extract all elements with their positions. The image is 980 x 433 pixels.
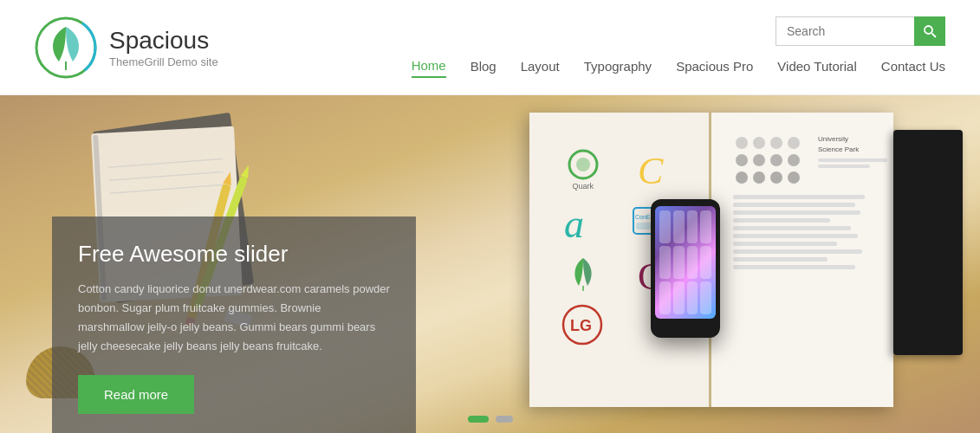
svg-point-37 <box>736 171 748 184</box>
site-header: Spacious ThemeGrill Demo site Home Blog … <box>0 0 980 95</box>
svg-point-36 <box>788 154 800 166</box>
nav-item-spacious-pro[interactable]: Spacious Pro <box>676 55 753 77</box>
svg-point-19 <box>576 158 590 171</box>
svg-point-33 <box>736 154 748 166</box>
svg-point-39 <box>770 171 782 184</box>
search-bar <box>776 16 945 46</box>
app-icon <box>673 246 685 279</box>
slider-dots <box>468 416 513 423</box>
site-nav: Home Blog Layout Typography Spacious Pro… <box>412 55 945 78</box>
site-tagline: ThemeGrill Demo site <box>109 55 218 68</box>
hero-slider: Quark C a <box>0 95 980 433</box>
site-logo-icon <box>35 16 97 79</box>
site-title-wrap: Spacious ThemeGrill Demo site <box>109 26 218 68</box>
app-icon <box>659 246 671 279</box>
app-icon <box>687 246 698 279</box>
nav-item-layout[interactable]: Layout <box>521 55 560 77</box>
nav-item-video-tutorial[interactable]: Video Tutorial <box>777 55 856 77</box>
svg-point-40 <box>788 171 800 184</box>
svg-marker-16 <box>241 164 253 178</box>
search-button[interactable] <box>914 16 945 46</box>
site-title: Spacious <box>109 26 218 55</box>
svg-point-29 <box>736 137 748 149</box>
app-icon <box>659 210 671 243</box>
svg-point-31 <box>770 137 782 149</box>
app-icon <box>700 246 711 279</box>
nav-item-typography[interactable]: Typography <box>584 55 652 77</box>
app-icon <box>687 210 698 243</box>
slider-overlay: Free Awesome slider Cotton candy liquori… <box>52 216 416 433</box>
svg-point-3 <box>925 26 932 34</box>
svg-text:C: C <box>638 150 664 191</box>
app-icon <box>659 281 671 314</box>
header-right: Home Blog Layout Typography Spacious Pro… <box>412 16 945 78</box>
svg-point-38 <box>753 171 765 184</box>
svg-line-4 <box>932 34 937 38</box>
svg-text:a: a <box>564 202 584 242</box>
dark-notebook <box>893 130 963 355</box>
slider-title: Free Awesome slider <box>78 241 390 268</box>
slider-dot-2[interactable] <box>496 416 513 423</box>
app-icon <box>673 281 685 314</box>
svg-point-34 <box>753 154 765 166</box>
phone-screen <box>655 206 716 319</box>
site-branding: Spacious ThemeGrill Demo site <box>35 16 218 79</box>
slider-dot-1[interactable] <box>468 416 489 423</box>
app-icon <box>700 210 711 243</box>
nav-item-home[interactable]: Home <box>412 55 446 78</box>
book-right-page: UniversityScience Park <box>711 113 893 407</box>
search-icon <box>923 24 937 38</box>
svg-text:LG: LG <box>570 317 592 334</box>
svg-point-35 <box>770 154 782 166</box>
svg-point-30 <box>753 137 765 149</box>
nav-item-contact-us[interactable]: Contact Us <box>881 55 945 77</box>
svg-point-32 <box>788 137 800 149</box>
app-icon <box>673 210 685 243</box>
browser-wrapper: Spacious ThemeGrill Demo site Home Blog … <box>0 0 980 433</box>
app-icon <box>687 281 698 314</box>
read-more-button[interactable]: Read more <box>78 375 194 414</box>
nav-item-blog[interactable]: Blog <box>471 55 496 77</box>
smartphone <box>651 199 720 338</box>
search-input[interactable] <box>776 16 914 46</box>
app-icon <box>700 281 711 314</box>
slider-text: Cotton candy liquorice donut unerdwear.c… <box>78 280 390 356</box>
